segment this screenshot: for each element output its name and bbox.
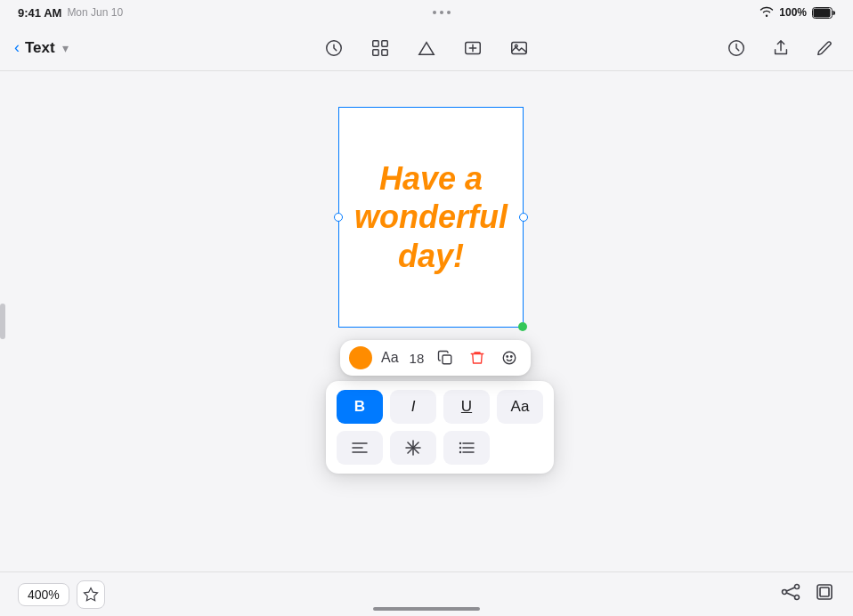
back-chevron-icon: ‹ — [14, 38, 20, 57]
text-box-content: Have a wonderful day! — [339, 149, 523, 286]
svg-point-28 — [783, 590, 787, 595]
font-size[interactable]: 18 — [408, 351, 426, 366]
top-toolbar: ‹ Text ▾ — [0, 25, 853, 71]
battery-percent: 100% — [779, 6, 807, 19]
zoom-level[interactable]: 400% — [18, 583, 69, 606]
status-dot-3 — [447, 11, 451, 14]
copy-button[interactable] — [433, 345, 458, 370]
svg-rect-8 — [512, 42, 527, 53]
toolbar-right — [564, 35, 839, 61]
svg-line-31 — [787, 588, 795, 591]
handle-right[interactable] — [519, 213, 528, 222]
battery-icon — [812, 7, 835, 19]
svg-rect-11 — [443, 355, 451, 364]
svg-point-14 — [511, 356, 513, 358]
shapes-button[interactable] — [413, 35, 440, 61]
status-bar: 9:41 AM Mon Jun 10 100% — [0, 0, 853, 25]
italic-button[interactable]: I — [390, 390, 436, 424]
edit-button[interactable] — [812, 35, 839, 61]
svg-point-12 — [504, 352, 516, 364]
font-button[interactable]: Aa — [379, 348, 401, 368]
floating-toolbar: Aa 18 — [340, 340, 531, 376]
bottom-right — [780, 581, 835, 607]
title-dropdown-icon[interactable]: ▾ — [62, 41, 69, 55]
svg-line-32 — [787, 593, 795, 596]
layers-button[interactable] — [814, 581, 835, 607]
annotate-button[interactable] — [321, 35, 347, 61]
timer-button[interactable] — [723, 35, 750, 61]
status-time: 9:41 AM — [18, 6, 61, 20]
svg-rect-3 — [373, 40, 378, 45]
svg-rect-4 — [382, 40, 387, 45]
status-right: 100% — [760, 6, 835, 20]
status-dot-1 — [433, 11, 436, 14]
svg-point-30 — [795, 596, 800, 600]
list-button[interactable] — [443, 431, 490, 465]
align-left-button[interactable] — [337, 431, 383, 465]
wifi-icon — [760, 6, 774, 20]
share-button[interactable] — [768, 35, 794, 61]
canvas-area[interactable]: Have a wonderful day! Aa 18 — [0, 71, 853, 571]
font-style-button[interactable]: Aa — [497, 390, 543, 424]
underline-button[interactable]: U — [443, 390, 490, 424]
status-center — [433, 11, 451, 14]
star-button[interactable] — [77, 580, 105, 609]
svg-point-27 — [459, 451, 461, 453]
svg-rect-6 — [382, 49, 387, 54]
textbox-button[interactable] — [459, 35, 486, 61]
delete-button[interactable] — [465, 345, 490, 370]
status-date: Mon Jun 10 — [67, 6, 123, 19]
svg-rect-1 — [813, 8, 830, 17]
handle-left[interactable] — [334, 213, 343, 222]
svg-rect-5 — [373, 49, 378, 54]
status-dot-2 — [440, 11, 443, 14]
svg-point-29 — [795, 585, 800, 589]
connect-button[interactable] — [780, 581, 801, 607]
color-dot-button[interactable] — [349, 346, 372, 369]
bottom-left: 400% — [18, 580, 105, 609]
handle-bottom-right[interactable] — [518, 322, 527, 331]
format-row-2 — [337, 431, 543, 465]
image-button[interactable] — [506, 35, 532, 61]
format-row-1: B I U Aa — [337, 390, 543, 424]
more-button[interactable] — [497, 345, 522, 370]
text-box[interactable]: Have a wonderful day! — [338, 107, 524, 328]
svg-point-26 — [459, 447, 461, 449]
bold-button[interactable]: B — [337, 390, 383, 424]
grid-button[interactable] — [367, 35, 394, 61]
svg-rect-34 — [820, 588, 829, 596]
toolbar-center — [289, 35, 565, 61]
svg-point-13 — [507, 356, 508, 358]
sidebar-thumb[interactable] — [0, 304, 5, 339]
format-popup: B I U Aa — [326, 381, 554, 474]
svg-point-25 — [459, 442, 461, 444]
home-indicator — [373, 607, 480, 611]
back-button[interactable]: ‹ — [14, 38, 20, 57]
align-center-button[interactable] — [390, 431, 436, 465]
document-title: Text — [25, 39, 55, 57]
toolbar-left: ‹ Text ▾ — [14, 38, 289, 57]
